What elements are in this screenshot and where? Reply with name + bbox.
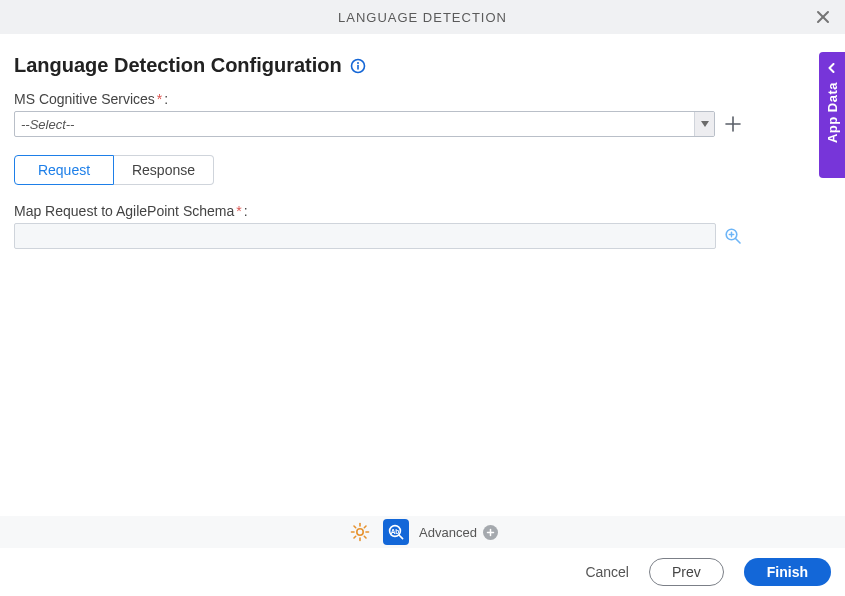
field-label-schema: Map Request to AgilePoint Schema * : (14, 203, 831, 219)
schema-input[interactable] (14, 223, 716, 249)
page-title-row: Language Detection Configuration (14, 54, 831, 77)
gear-icon[interactable] (347, 519, 373, 545)
chevron-left-icon (827, 60, 837, 76)
required-asterisk: * (157, 91, 162, 107)
svg-line-17 (354, 526, 356, 528)
tab-bar: Request Response (14, 155, 831, 185)
dialog-header: LANGUAGE DETECTION (0, 0, 845, 34)
schema-label-text: Map Request to AgilePoint Schema (14, 203, 234, 219)
tab-request[interactable]: Request (14, 155, 114, 185)
app-data-side-tab[interactable]: App Data (819, 52, 845, 178)
page-title: Language Detection Configuration (14, 54, 342, 77)
info-icon[interactable] (350, 58, 366, 74)
svg-line-22 (399, 535, 403, 539)
tab-response[interactable]: Response (114, 155, 214, 185)
svg-rect-4 (357, 64, 359, 69)
footer: Cancel Prev Finish (0, 548, 845, 596)
prev-button[interactable]: Prev (649, 558, 724, 586)
svg-point-3 (357, 62, 359, 64)
variable-lookup-icon[interactable]: Ab (383, 519, 409, 545)
svg-line-18 (364, 536, 366, 538)
bottom-bar: Ab Advanced (0, 516, 845, 548)
colon: : (164, 91, 168, 107)
cognitive-services-row: --Select-- (14, 111, 831, 137)
svg-text:Ab: Ab (391, 528, 400, 535)
finish-button[interactable]: Finish (744, 558, 831, 586)
close-icon[interactable] (815, 9, 831, 25)
svg-line-20 (364, 526, 366, 528)
svg-marker-5 (701, 121, 709, 127)
side-tab-label: App Data (825, 82, 840, 143)
dialog-title: LANGUAGE DETECTION (0, 10, 845, 25)
select-value: --Select-- (15, 112, 694, 136)
plus-circle-icon (483, 525, 498, 540)
field-label-cognitive-services: MS Cognitive Services * : (14, 91, 831, 107)
svg-line-9 (736, 239, 741, 244)
advanced-label: Advanced (419, 525, 477, 540)
colon: : (244, 203, 248, 219)
cognitive-services-label-text: MS Cognitive Services (14, 91, 155, 107)
advanced-toggle[interactable]: Advanced (419, 525, 498, 540)
schema-lookup-icon[interactable] (724, 227, 742, 245)
main-panel: Language Detection Configuration MS Cogn… (0, 34, 845, 249)
add-connection-icon[interactable] (725, 116, 741, 132)
chevron-down-icon[interactable] (694, 112, 714, 136)
svg-line-19 (354, 536, 356, 538)
schema-row (14, 223, 831, 249)
required-asterisk: * (236, 203, 241, 219)
svg-point-12 (357, 529, 363, 535)
cancel-button[interactable]: Cancel (585, 564, 629, 580)
cognitive-services-select[interactable]: --Select-- (14, 111, 715, 137)
